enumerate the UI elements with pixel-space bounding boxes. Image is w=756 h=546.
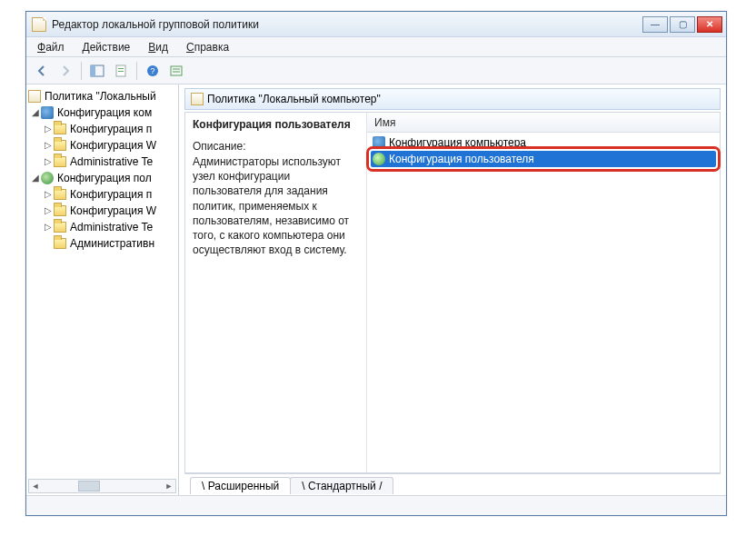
tree-hscrollbar[interactable]: ◄ ► — [28, 479, 176, 493]
scroll-right-icon[interactable]: ► — [163, 480, 175, 492]
user-icon — [41, 172, 54, 184]
minimize-button[interactable]: — — [642, 16, 668, 33]
view-tabs: \ Расширенный \ Стандартный / — [184, 473, 721, 493]
tab-standard[interactable]: \ Стандартный / — [290, 477, 393, 494]
folder-icon — [54, 238, 66, 249]
expand-icon[interactable]: ▷ — [43, 156, 54, 167]
svg-rect-1 — [91, 65, 95, 76]
svg-text:?: ? — [150, 66, 154, 75]
folder-icon — [54, 140, 66, 151]
tree-user-config[interactable]: ◢ Конфигурация пол — [26, 170, 178, 186]
titlebar[interactable]: Редактор локальной групповой политики — … — [26, 12, 726, 37]
tree-item[interactable]: ▷ Конфигурация п — [26, 121, 178, 137]
menu-action[interactable]: Действие — [75, 39, 138, 55]
pane-header: Политика "Локальный компьютер" — [184, 88, 721, 110]
menu-file[interactable]: Файл — [30, 39, 72, 55]
list-item-user-config[interactable]: Конфигурация пользователя — [371, 151, 716, 167]
folder-icon — [54, 124, 66, 134]
description-heading: Конфигурация пользователя — [193, 118, 359, 131]
nav-forward-button[interactable] — [55, 61, 75, 81]
folder-icon — [54, 205, 66, 216]
description-label: Описание: — [193, 140, 359, 153]
description-column: Конфигурация пользователя Описание: Адми… — [185, 113, 367, 472]
tree-item[interactable]: ▷ Конфигурация W — [26, 137, 178, 154]
expand-icon[interactable]: ▷ — [43, 222, 54, 233]
column-header-name[interactable]: Имя — [367, 113, 720, 133]
statusbar — [26, 495, 726, 515]
app-icon — [32, 17, 46, 32]
user-icon — [373, 153, 385, 165]
svg-rect-4 — [118, 71, 124, 72]
scroll-thumb[interactable] — [78, 481, 100, 491]
close-button[interactable]: ✕ — [697, 16, 722, 33]
filter-button[interactable] — [166, 61, 186, 81]
svg-rect-7 — [171, 66, 182, 75]
computer-icon — [373, 136, 385, 149]
list-item-computer-config[interactable]: Конфигурация компьютера — [371, 134, 716, 151]
window-frame: Редактор локальной групповой политики — … — [25, 11, 727, 516]
folder-icon — [54, 222, 66, 233]
policy-icon — [28, 90, 41, 103]
list-item-label: Конфигурация компьютера — [389, 136, 526, 149]
computer-icon — [41, 106, 54, 119]
collapse-icon[interactable]: ◢ — [30, 173, 41, 184]
tree-pane[interactable]: Политика "Локальный ◢ Конфигурация ком ▷… — [26, 84, 179, 495]
tree-item[interactable]: ▷ Administrative Te — [26, 219, 178, 235]
expand-icon[interactable]: ▷ — [43, 205, 54, 216]
tree-item[interactable]: ▷ Administrative Te — [26, 154, 178, 170]
expand-icon[interactable]: ▷ — [43, 189, 54, 200]
tab-extended[interactable]: \ Расширенный — [190, 477, 291, 494]
toolbar: ? — [26, 57, 726, 84]
list-column: Имя Конфигурация компьютера Конфигурация… — [367, 113, 720, 472]
menubar: Файл Действие Вид Справка — [26, 37, 726, 57]
list-item-label: Конфигурация пользователя — [389, 153, 534, 165]
folder-icon — [54, 189, 66, 200]
show-hide-tree-button[interactable] — [87, 61, 107, 81]
policy-icon — [191, 93, 204, 105]
scroll-left-icon[interactable]: ◄ — [29, 480, 42, 492]
tree-item[interactable]: ▷ Конфигурация W — [26, 203, 178, 219]
pane-header-title: Политика "Локальный компьютер" — [207, 93, 381, 105]
expand-icon[interactable]: ▷ — [43, 140, 54, 151]
tree-root[interactable]: Политика "Локальный — [26, 88, 178, 104]
folder-icon — [54, 156, 66, 167]
properties-button[interactable] — [111, 61, 131, 81]
tree-item[interactable]: Административн — [26, 235, 178, 252]
collapse-icon[interactable]: ◢ — [30, 107, 41, 118]
tree-computer-config[interactable]: ◢ Конфигурация ком — [26, 104, 178, 121]
menu-help[interactable]: Справка — [179, 39, 236, 55]
details-pane: Политика "Локальный компьютер" Конфигура… — [179, 84, 726, 495]
help-button[interactable]: ? — [143, 61, 163, 81]
window-title: Редактор локальной групповой политики — [52, 18, 642, 31]
maximize-button[interactable]: ▢ — [670, 16, 695, 33]
description-text: Администраторы используют узел конфигура… — [193, 154, 359, 257]
expand-icon[interactable]: ▷ — [43, 124, 54, 134]
svg-rect-3 — [118, 68, 124, 69]
menu-view[interactable]: Вид — [141, 39, 175, 55]
tree-item[interactable]: ▷ Конфигурация п — [26, 186, 178, 203]
nav-back-button[interactable] — [32, 61, 52, 81]
